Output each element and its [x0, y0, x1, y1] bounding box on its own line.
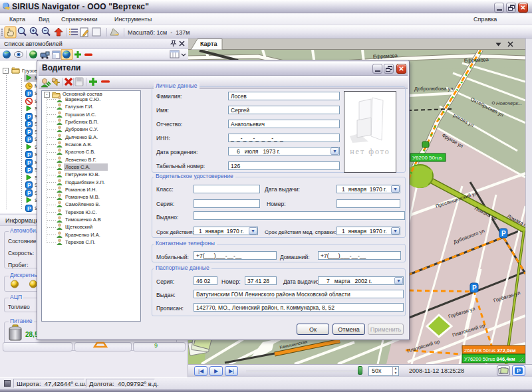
svg-text:2683УВ 50rus 372,0км: 2683УВ 50rus 372,0км: [464, 347, 516, 353]
svg-text:P: P: [472, 284, 477, 292]
svg-text:P: P: [27, 205, 31, 211]
svg-text:Добролюбова ул: Добролюбова ул: [414, 86, 453, 92]
svg-text:P: P: [27, 189, 31, 196]
svg-text:P: P: [27, 159, 31, 165]
svg-text:P: P: [501, 230, 506, 237]
svg-text:P: P: [27, 121, 31, 128]
svg-text:P: P: [27, 113, 31, 120]
svg-text:P: P: [27, 151, 31, 158]
svg-text:P: P: [27, 136, 31, 143]
svg-text:P: P: [27, 128, 31, 135]
svg-text:Новочерк...: Новочерк...: [496, 100, 522, 106]
svg-text:У76200 50rus 846,4км: У76200 50rus 846,4км: [464, 356, 515, 362]
svg-text:У6200 50rus: У6200 50rus: [412, 155, 442, 161]
svg-text:P: P: [27, 167, 31, 173]
svg-text:P: P: [27, 90, 31, 97]
svg-text:P: P: [27, 182, 31, 189]
